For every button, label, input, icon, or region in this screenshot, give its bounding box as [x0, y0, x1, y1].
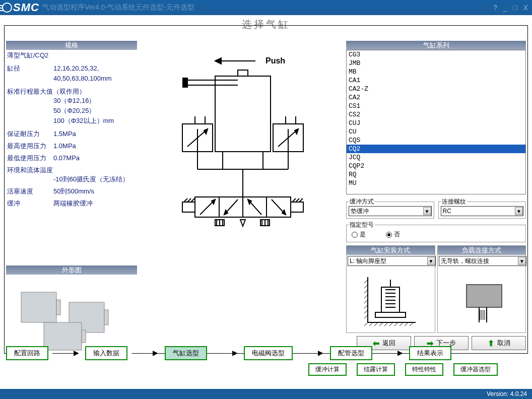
svg-marker-37: [212, 200, 215, 204]
radio-yes[interactable]: 是: [352, 230, 366, 239]
stroke-label: 标准行程最大值（双作用）: [7, 87, 136, 96]
temp-label: 环境和流体温度: [7, 166, 136, 175]
svg-rect-82: [467, 285, 502, 307]
svg-line-64: [364, 322, 368, 326]
flow-config[interactable]: 配置回路: [6, 346, 48, 360]
main-frame: 选择气缸 规格 薄型气缸/CQ2 缸径12,16,20,25,32, 40,50…: [0, 15, 532, 389]
mount-group: 气缸安装方式 L: 轴向脚座型▼: [346, 245, 435, 333]
svg-line-67: [379, 322, 383, 326]
series-item[interactable]: CU: [347, 127, 525, 136]
series-item[interactable]: CUJ: [347, 119, 525, 127]
load-diagram: [438, 267, 526, 332]
svg-rect-0: [21, 292, 56, 322]
series-list[interactable]: CG3JMBMBCA1CA2-ZCA2CS1CS2CUJCUCQSCQ2JCQC…: [346, 50, 526, 194]
series-item[interactable]: CS2: [347, 110, 525, 119]
bore-label: 缸径: [7, 64, 53, 73]
series-item[interactable]: RQ: [347, 170, 525, 179]
content-border: 规格 薄型气缸/CQ2 缸径12,16,20,25,32, 40,50,63,8…: [4, 25, 528, 354]
cushion-select[interactable]: 垫缓冲▼: [349, 206, 432, 216]
flow-cushion-sel[interactable]: 缓冲器选型: [453, 363, 498, 376]
series-item[interactable]: CA1: [347, 76, 525, 85]
left-column: 规格 薄型气缸/CQ2 缸径12,16,20,25,32, 40,50,63,8…: [6, 41, 137, 360]
svg-marker-52: [240, 220, 245, 226]
load-select[interactable]: 无导轨，螺纹连接▼: [439, 256, 527, 266]
spec-title: 规格: [6, 41, 137, 50]
series-item[interactable]: CS1: [347, 102, 525, 110]
flow-cylinder[interactable]: 气缸选型: [165, 346, 207, 360]
svg-rect-3: [104, 310, 108, 325]
series-item[interactable]: CQ2: [347, 145, 525, 153]
svg-line-81: [364, 315, 368, 318]
shape-title: 外形图: [6, 265, 137, 275]
series-item[interactable]: MB: [347, 68, 525, 76]
flow-char[interactable]: 特性特性: [405, 363, 443, 376]
flow-input[interactable]: 输入数据: [85, 346, 127, 360]
svg-line-71: [400, 322, 403, 326]
chevron-down-icon: ▼: [515, 207, 523, 215]
mount-select[interactable]: L: 轴向脚座型▼: [348, 256, 436, 266]
app-title: 气动选型程序Ver4.0-气动系统元件选型-元件选型: [42, 3, 194, 12]
chevron-down-icon: ▼: [427, 257, 435, 265]
series-item[interactable]: CQS: [347, 136, 525, 145]
svg-marker-27: [295, 129, 298, 134]
series-item[interactable]: CG3: [347, 50, 525, 59]
logo: SMC: [2, 1, 39, 14]
svg-line-80: [364, 310, 368, 313]
load-group: 负载连接方式 无导轨，螺纹连接▼: [437, 245, 526, 333]
svg-line-78: [364, 300, 368, 303]
flow-result[interactable]: 结果表示: [409, 346, 451, 360]
svg-line-69: [389, 322, 393, 326]
svg-rect-13: [183, 78, 187, 87]
svg-line-73: [410, 322, 413, 326]
svg-rect-9: [215, 76, 271, 152]
flow-valve[interactable]: 电磁阀选型: [244, 346, 293, 360]
svg-rect-63: [375, 312, 406, 317]
titlebar: SMC 气动选型程序Ver4.0-气动系统元件选型-元件选型 ? _ □ X: [0, 0, 532, 15]
svg-line-79: [364, 305, 368, 308]
window-controls[interactable]: ? _ □ X: [493, 4, 530, 12]
svg-line-75: [364, 285, 368, 288]
spec-model-group: 指定型号 是 否: [346, 221, 526, 242]
bore-val: 12,16,20,25,32,: [53, 64, 99, 73]
svg-line-76: [364, 290, 368, 293]
series-title: 气缸系列: [346, 41, 526, 50]
svg-line-66: [374, 322, 378, 326]
svg-rect-5: [82, 330, 86, 343]
spec-body: 薄型气缸/CQ2 缸径12,16,20,25,32, 40,50,63,80,1…: [6, 50, 137, 210]
flow-pipe[interactable]: 配管选型: [330, 346, 372, 360]
series-item[interactable]: JMB: [347, 59, 525, 68]
mount-diagram: [347, 267, 435, 332]
radio-no[interactable]: 否: [386, 230, 400, 239]
series-item[interactable]: CA2: [347, 93, 525, 102]
svg-marker-22: [204, 129, 208, 134]
series-item[interactable]: MU: [347, 179, 525, 187]
version-text: Version: 4.0.24: [487, 390, 527, 397]
svg-line-72: [405, 322, 408, 326]
right-column: 气缸系列 CG3JMBMBCA1CA2-ZCA2CS1CS2CUJCUCQSCQ…: [346, 41, 526, 333]
svg-line-74: [364, 280, 368, 283]
svg-text:Push: Push: [265, 56, 285, 65]
svg-line-65: [369, 322, 373, 326]
svg-line-70: [394, 322, 398, 326]
statusbar: Version: 4.0.24: [0, 389, 532, 399]
thread-group: 连接螺纹 RC▼: [438, 197, 526, 219]
series-item[interactable]: JCQ: [347, 153, 525, 162]
svg-marker-7: [215, 58, 221, 64]
series-item[interactable]: CA2-Z: [347, 85, 525, 93]
series-item[interactable]: CQP2: [347, 162, 525, 170]
svg-line-68: [384, 322, 388, 326]
chevron-down-icon: ▼: [423, 207, 431, 215]
svg-line-77: [364, 295, 368, 298]
thread-select[interactable]: RC▼: [441, 206, 524, 216]
cushion-group: 缓冲方式 垫缓冲▼: [346, 197, 434, 219]
flow-dew-calc[interactable]: 结露计算: [357, 363, 395, 376]
chevron-down-icon: ▼: [518, 257, 526, 265]
flow-row: 配置回路―――▶ 输入数据―――▶ 气缸选型―――▶ 电磁阀选型―――▶ 配管选…: [6, 346, 526, 376]
spec-model: 薄型气缸/CQ2: [7, 51, 136, 60]
flow-cushion-calc[interactable]: 缓冲计算: [308, 363, 347, 376]
svg-rect-1: [56, 300, 60, 315]
diagram: Push: [140, 41, 344, 278]
svg-rect-10: [238, 70, 248, 76]
